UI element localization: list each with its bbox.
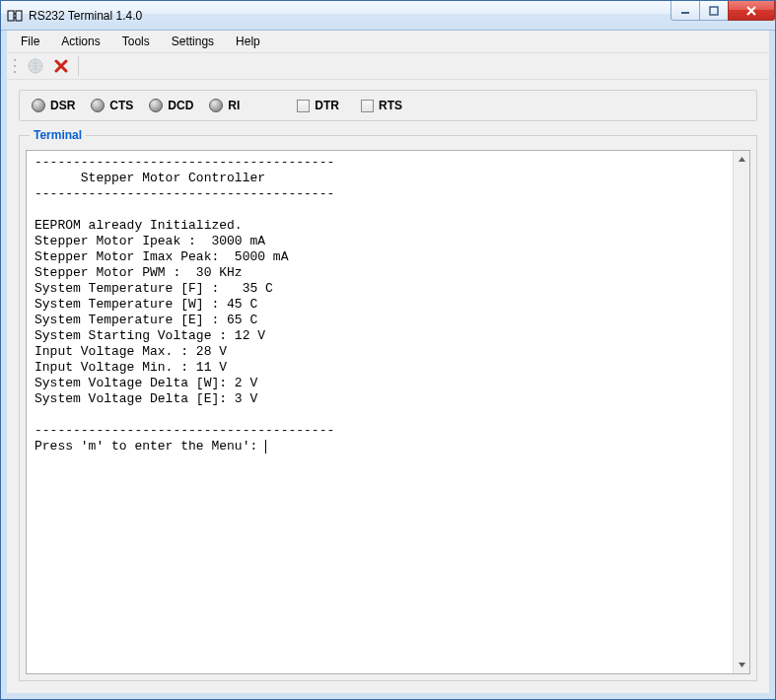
svg-rect-0 xyxy=(8,11,14,21)
scroll-up-button[interactable] xyxy=(734,151,749,168)
led-icon xyxy=(32,99,45,112)
checkbox-icon xyxy=(361,100,374,112)
terminal-group: Terminal -------------------------------… xyxy=(19,135,757,681)
toolbar xyxy=(7,52,769,80)
checkbox-label: RTS xyxy=(379,99,402,112)
led-dsr: DSR xyxy=(32,99,75,112)
terminal-scrollbar[interactable] xyxy=(733,151,749,673)
menu-file[interactable]: File xyxy=(11,33,49,50)
led-label: DCD xyxy=(168,99,193,112)
toolbar-grip xyxy=(13,57,19,75)
led-icon xyxy=(209,99,223,112)
terminal-legend: Terminal xyxy=(30,128,86,142)
terminal-output[interactable]: --------------------------------------- … xyxy=(27,151,733,673)
titlebar[interactable]: RS232 Terminal 1.4.0 xyxy=(1,1,775,31)
minimize-button[interactable] xyxy=(670,1,700,21)
scroll-track[interactable] xyxy=(734,168,749,657)
terminal-cursor xyxy=(265,440,266,454)
checkbox-dtr[interactable]: DTR xyxy=(297,99,339,112)
menu-help[interactable]: Help xyxy=(226,33,270,50)
disconnect-button[interactable] xyxy=(50,55,72,77)
output-signals: DTR RTS xyxy=(297,99,402,112)
window-title: RS232 Terminal 1.4.0 xyxy=(29,9,142,23)
svg-marker-11 xyxy=(739,157,745,162)
menu-tools[interactable]: Tools xyxy=(112,33,160,50)
menu-actions[interactable]: Actions xyxy=(51,33,109,50)
svg-marker-12 xyxy=(739,663,745,667)
led-icon xyxy=(149,99,163,112)
maximize-button[interactable] xyxy=(699,1,729,21)
menu-settings[interactable]: Settings xyxy=(162,33,224,50)
led-label: RI xyxy=(228,99,240,112)
led-label: DSR xyxy=(50,99,75,112)
close-button[interactable] xyxy=(728,1,775,21)
led-cts: CTS xyxy=(91,99,133,112)
led-dcd: DCD xyxy=(149,99,193,112)
app-window: RS232 Terminal 1.4.0 File Actions Tools … xyxy=(0,0,776,700)
app-icon xyxy=(7,8,23,24)
led-ri: RI xyxy=(209,99,240,112)
svg-rect-5 xyxy=(710,7,718,15)
checkbox-label: DTR xyxy=(315,99,339,112)
led-label: CTS xyxy=(109,99,133,112)
checkbox-icon xyxy=(297,100,310,112)
svg-rect-1 xyxy=(16,11,22,21)
checkbox-rts[interactable]: RTS xyxy=(361,99,402,112)
menubar: File Actions Tools Settings Help xyxy=(7,31,769,52)
toolbar-separator xyxy=(78,56,79,76)
input-signals: DSR CTS DCD RI xyxy=(32,99,240,112)
client-area: File Actions Tools Settings Help xyxy=(1,31,775,699)
window-controls xyxy=(671,1,775,21)
signal-status-panel: DSR CTS DCD RI DTR xyxy=(19,90,757,121)
terminal-frame: --------------------------------------- … xyxy=(26,150,750,674)
connect-button[interactable] xyxy=(25,55,46,77)
led-icon xyxy=(91,99,105,112)
scroll-down-button[interactable] xyxy=(734,657,749,673)
